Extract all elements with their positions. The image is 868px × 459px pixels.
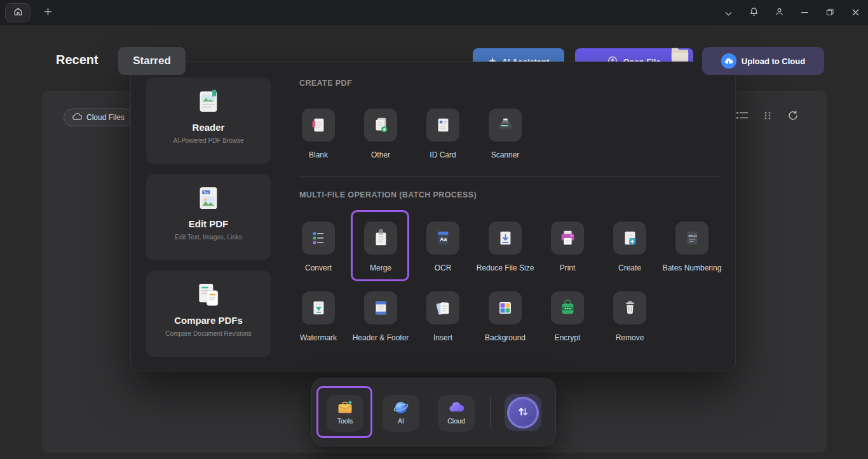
dock-item-ai[interactable]: AI	[383, 395, 419, 432]
restore-icon	[826, 7, 834, 18]
cloud-files-button[interactable]: Cloud Files	[64, 109, 133, 126]
reader-book-icon	[194, 87, 222, 116]
background-icon	[489, 291, 522, 324]
encrypt-icon	[551, 291, 584, 324]
home-button[interactable]	[5, 3, 31, 22]
create-pdf-row: Blank Other	[299, 109, 524, 159]
plus-icon	[44, 7, 52, 18]
tool-background[interactable]: Background	[486, 291, 524, 342]
minimize-icon	[801, 7, 808, 18]
dock-item-tools[interactable]: Tools	[327, 395, 363, 432]
cloud-outline-icon	[72, 113, 82, 122]
tool-label: Merge	[370, 263, 391, 272]
restore-button[interactable]	[817, 0, 843, 25]
tool-insert[interactable]: Insert	[424, 291, 462, 342]
id-card-icon	[426, 109, 459, 142]
batch-row-1: Convert Merge	[299, 222, 711, 272]
card-compare-pdfs[interactable]: Compare PDFs Compare Document Revisions	[146, 270, 271, 357]
grid-view-button[interactable]	[761, 110, 774, 123]
tool-label: Encrypt	[555, 333, 581, 342]
card-reader[interactable]: Reader AI-Powered PDF Browse	[146, 77, 271, 164]
tool-label: Reduce File Size	[477, 263, 534, 272]
tool-scanner[interactable]: Scanner	[486, 109, 524, 159]
notifications-button[interactable]	[741, 0, 766, 25]
dock-item-label: Tools	[337, 417, 353, 425]
tool-label: Convert	[305, 263, 332, 272]
merge-icon	[364, 222, 397, 255]
close-button[interactable]	[843, 0, 868, 25]
card-title: Edit PDF	[189, 218, 229, 229]
tool-create[interactable]: Create	[611, 222, 649, 272]
window-menu-button[interactable]	[715, 0, 741, 25]
app-window: Recent Starred AI Assistant Open File Up…	[0, 0, 868, 459]
home-icon	[13, 7, 23, 19]
tool-merge[interactable]: Merge	[362, 222, 400, 272]
card-subtitle: Edit Text, Images, Links	[175, 234, 241, 241]
tool-label: Insert	[433, 333, 452, 342]
upload-to-cloud-button[interactable]: Upload to Cloud	[702, 47, 824, 75]
tool-other[interactable]: Other	[362, 109, 400, 159]
tool-bates-numbering[interactable]: 00123 Bates Numbering	[673, 222, 711, 272]
svg-text:00123: 00123	[688, 234, 696, 237]
tool-convert[interactable]: Convert	[299, 222, 337, 272]
tool-encrypt[interactable]: Encrypt	[548, 291, 587, 342]
chevron-down-icon	[725, 7, 732, 18]
new-tab-button[interactable]	[38, 3, 57, 22]
launcher-button[interactable]	[507, 397, 539, 429]
refresh-icon	[787, 110, 799, 124]
minimize-button[interactable]	[792, 0, 817, 25]
tab-recent[interactable]: Recent	[56, 53, 98, 67]
bottom-dock: Tools AI Cloud	[311, 378, 556, 446]
tool-label: ID Card	[430, 150, 456, 159]
tool-print[interactable]: Print	[548, 222, 587, 272]
svg-text:Aa: Aa	[440, 236, 447, 243]
tab-starred[interactable]: Starred	[118, 47, 186, 75]
header-footer-icon	[364, 291, 397, 324]
svg-text:Text: Text	[203, 191, 209, 194]
refresh-button[interactable]	[787, 110, 799, 123]
reduce-size-icon	[489, 222, 522, 255]
tool-label: Scanner	[491, 150, 520, 159]
bell-icon	[749, 7, 759, 19]
account-button[interactable]	[766, 0, 792, 25]
tool-label: Create	[618, 263, 641, 272]
batch-section-title: MULTI-FILE OPERATION (BATCH PROCESS)	[299, 190, 477, 199]
tool-label: Bates Numbering	[663, 263, 722, 272]
tool-label: Background	[485, 333, 526, 342]
tool-label: OCR	[435, 263, 452, 272]
card-title: Reader	[193, 122, 225, 133]
tool-ocr[interactable]: Aa OCR	[424, 222, 462, 272]
remove-trash-icon	[613, 291, 646, 324]
create-icon	[613, 222, 646, 255]
cloud-icon	[447, 398, 465, 417]
tools-icon	[336, 398, 354, 417]
card-edit-pdf[interactable]: Text Edit PDF Edit Text, Images, Links	[146, 174, 271, 260]
list-view-button[interactable]	[736, 110, 749, 123]
dock-item-label: AI	[398, 417, 404, 425]
tool-id-card[interactable]: ID Card	[424, 109, 462, 159]
tool-label: Header & Footer	[353, 333, 409, 342]
ai-orb-icon	[392, 398, 410, 417]
tool-blank[interactable]: Blank	[299, 109, 337, 159]
dock-divider	[490, 397, 491, 428]
dock-item-cloud[interactable]: Cloud	[438, 395, 475, 432]
titlebar	[0, 0, 868, 25]
tool-label: Blank	[309, 150, 328, 159]
titlebar-right-controls	[715, 0, 868, 25]
create-pdf-section-title: CREATE PDF	[299, 79, 352, 88]
bates-numbering-icon: 00123	[675, 222, 709, 255]
other-pages-icon	[364, 109, 397, 142]
grid-view-icon	[763, 111, 772, 123]
tool-reduce-file-size[interactable]: Reduce File Size	[486, 222, 524, 272]
convert-icon	[302, 222, 335, 255]
tool-header-footer[interactable]: Header & Footer	[362, 291, 400, 342]
blank-page-icon	[302, 109, 335, 142]
close-icon	[852, 7, 859, 18]
print-icon	[551, 222, 584, 255]
cloud-files-label: Cloud Files	[86, 113, 125, 122]
tool-remove[interactable]: Remove	[611, 291, 649, 342]
card-subtitle: AI-Powered PDF Browse	[173, 137, 243, 144]
view-controls	[736, 110, 799, 123]
compare-pages-icon	[194, 280, 222, 309]
tool-watermark[interactable]: Watermark	[299, 291, 337, 342]
